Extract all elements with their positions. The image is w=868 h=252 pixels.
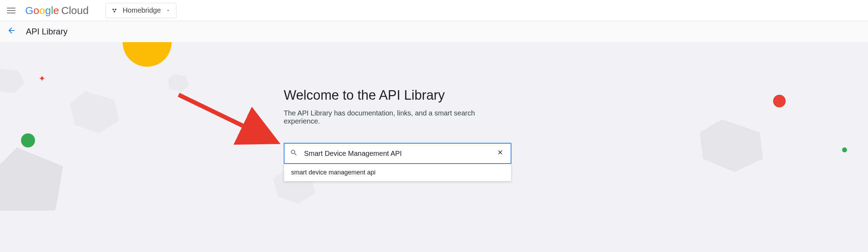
decorative-circle <box>773 95 786 107</box>
decorative-shape <box>70 91 119 133</box>
project-icon <box>111 7 118 14</box>
welcome-title: Welcome to the API Library <box>284 88 511 103</box>
svg-point-2 <box>114 11 116 12</box>
search-container: smart device management api <box>284 143 511 181</box>
hero-content: Welcome to the API Library The API Libra… <box>284 88 511 181</box>
decorative-circle <box>21 133 35 147</box>
page-subheader: API Library <box>0 21 868 42</box>
hamburger-menu-icon[interactable] <box>7 6 15 15</box>
decorative-shape <box>168 74 189 91</box>
svg-point-1 <box>115 8 117 10</box>
svg-point-0 <box>112 8 114 10</box>
search-icon <box>290 149 298 158</box>
page-title: API Library <box>26 27 68 37</box>
google-cloud-logo[interactable]: GoogleCloud <box>25 5 89 16</box>
decorative-shape <box>700 119 763 172</box>
chevron-down-icon <box>166 8 171 13</box>
back-arrow-icon[interactable] <box>7 26 16 38</box>
search-box[interactable] <box>284 143 511 164</box>
annotation-arrow <box>168 84 287 154</box>
suggestion-item[interactable]: smart device management api <box>284 164 511 181</box>
project-selector[interactable]: Homebridge <box>105 3 177 18</box>
decorative-circle <box>123 42 172 67</box>
decorative-shape <box>0 147 63 211</box>
search-suggestions: smart device management api <box>284 164 511 181</box>
search-input[interactable] <box>304 150 495 158</box>
clear-search-icon[interactable] <box>495 147 505 159</box>
project-name: Homebridge <box>123 6 161 14</box>
svg-line-3 <box>179 95 277 142</box>
decorative-circle <box>842 147 847 152</box>
top-header: GoogleCloud Homebridge <box>0 0 868 21</box>
decorative-star: ✦ <box>39 74 46 84</box>
decorative-shape <box>0 68 25 93</box>
hero-section: ✦ Welcome to the API Library The API Lib… <box>0 42 868 252</box>
welcome-subtitle: The API Library has documentation, links… <box>284 109 511 125</box>
